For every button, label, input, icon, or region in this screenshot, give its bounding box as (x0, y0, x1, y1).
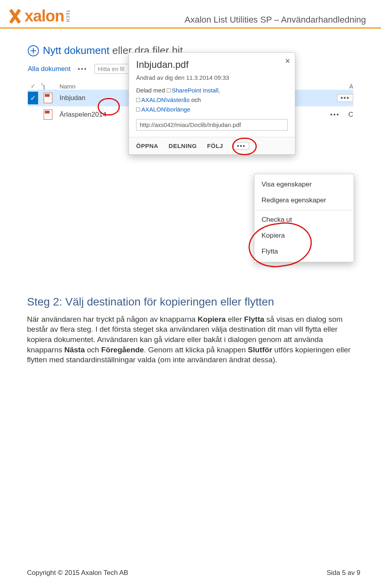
logo-text: xalon (25, 7, 64, 25)
screenshot-figure: Nytt dokument eller dra filer hit Alla d… (28, 44, 353, 279)
menu-copy[interactable]: Kopiera (254, 228, 354, 244)
type-column-icon (44, 83, 54, 90)
pdf-icon (44, 110, 54, 120)
row-check-icon[interactable]: ✓ (28, 92, 38, 104)
callout-title: Inbjudan.pdf (136, 59, 288, 70)
logo-mark-icon (7, 8, 23, 24)
share-person[interactable]: AXALON\borlänge (141, 106, 190, 113)
row-col-a: C (348, 111, 353, 119)
logo-badge: TECH (65, 10, 70, 22)
share-person[interactable]: SharePoint Install (172, 87, 219, 94)
page-footer: Copyright © 2015 Axalon Tech AB Sida 5 a… (27, 569, 360, 577)
brand-logo: xalon TECH (7, 7, 70, 25)
menu-check-out[interactable]: Checka ut (254, 212, 354, 228)
callout-action-bar: ÖPPNA DELNING FÖLJ ••• (129, 137, 295, 154)
context-menu: Visa egenskaper Redigera egenskaper Chec… (254, 174, 354, 262)
item-callout: × Inbjudan.pdf Ändrad av dig den 11.3.20… (129, 52, 295, 155)
new-document-label[interactable]: Nytt dokument (43, 44, 110, 56)
column-a[interactable]: Ä (349, 83, 353, 90)
share-person[interactable]: AXALON\västerås (141, 96, 190, 103)
doc-title: Axalon List Utilities SP – Användarhandl… (185, 15, 366, 25)
menu-move[interactable]: Flytta (254, 244, 354, 259)
callout-shared-with: Delad med SharePoint Install, AXALON\väs… (136, 86, 288, 114)
callout-modified: Ändrad av dig den 11.3.2014 09:33 (136, 74, 288, 81)
callout-more-button[interactable]: ••• (233, 142, 249, 150)
body-content: Steg 2: Välj destination för kopieringen… (27, 294, 354, 365)
step-paragraph: När användaren har tryckt på någon av kn… (27, 314, 354, 365)
close-icon[interactable]: × (285, 56, 290, 66)
page-number: Sida 5 av 9 (327, 569, 360, 577)
menu-separator (254, 210, 354, 210)
view-all-documents[interactable]: Alla dokument (28, 65, 71, 73)
view-more-icon[interactable]: ••• (78, 65, 87, 73)
open-button[interactable]: ÖPPNA (136, 142, 158, 149)
search-input[interactable]: Hitta en fil (94, 64, 130, 74)
presence-icon (136, 98, 140, 102)
presence-icon (167, 88, 171, 92)
copyright: Copyright © 2015 Axalon Tech AB (27, 569, 128, 577)
row-more-icon[interactable]: ••• (327, 111, 343, 119)
share-button[interactable]: DELNING (169, 142, 197, 149)
follow-button[interactable]: FÖLJ (207, 142, 223, 149)
row-more-button[interactable]: ••• (337, 94, 353, 102)
pdf-icon (44, 93, 54, 103)
plus-circle-icon[interactable] (28, 45, 39, 56)
menu-edit-properties[interactable]: Redigera egenskaper (254, 192, 354, 208)
step-heading: Steg 2: Välj destination för kopieringen… (27, 294, 354, 309)
menu-view-properties[interactable]: Visa egenskaper (254, 177, 354, 192)
callout-url-input[interactable]: http://axs042/miau/Doclib/Inbjudan.pdf (136, 119, 288, 131)
select-all-icon[interactable]: ✓ (28, 83, 38, 90)
page-header: xalon TECH Axalon List Utilities SP – An… (0, 0, 381, 29)
share-and: och (191, 96, 201, 103)
shared-label: Delad med (136, 87, 165, 94)
presence-icon (136, 108, 140, 111)
